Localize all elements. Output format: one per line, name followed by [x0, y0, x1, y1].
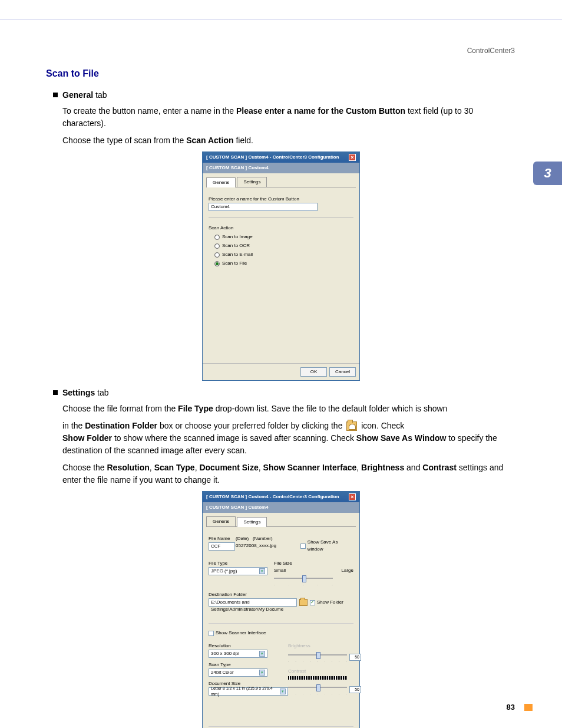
page-content: Scan to File General tab To create the b…	[0, 55, 562, 728]
left-settings-col: Resolution 300 x 300 dpi▾ Scan Type 24bi…	[209, 639, 288, 696]
para5b: to show where the scanned image is saved…	[112, 433, 356, 443]
dialog1-container: [ CUSTOM SCAN ] Custom4 - ControlCenter3…	[46, 151, 516, 381]
filename-input[interactable]: CCF	[209, 542, 235, 551]
datenum-col: (Date) (Number) 05272008_xxxx.jpg	[236, 532, 300, 549]
ok-button[interactable]: OK	[300, 367, 327, 377]
chevron-down-icon: ▾	[259, 651, 265, 657]
para3a: Choose the file format from the	[62, 404, 178, 413]
slider-thumb-icon	[302, 575, 306, 582]
browse-folder-icon[interactable]	[299, 599, 308, 606]
resolution-label: Resolution	[209, 643, 288, 650]
dialog1-titlebar: [ CUSTOM SCAN ] Custom4 - ControlCenter3…	[203, 152, 359, 163]
para5c: Show Save As Window	[356, 433, 447, 443]
contrast-slider[interactable]: ·········	[288, 683, 347, 697]
cancel-button[interactable]: Cancel	[329, 367, 356, 377]
para3b: File Type	[178, 404, 213, 413]
tab-settings[interactable]: Settings	[237, 517, 267, 527]
slider-thumb-icon	[316, 652, 320, 659]
show-folder-label: Show Folder	[317, 599, 343, 606]
filename-label: File Name	[209, 535, 236, 542]
scan-settings-row: Resolution 300 x 300 dpi▾ Scan Type 24bi…	[209, 639, 353, 697]
saveas-col: Show Save As window	[300, 532, 353, 553]
dialog-general: [ CUSTOM SCAN ] Custom4 - ControlCenter3…	[202, 151, 360, 381]
date-value: 05272008_xxxx.jpg	[236, 543, 276, 548]
scantype-select[interactable]: 24bit Color▾	[209, 668, 267, 677]
dialog2-container: [ CUSTOM SCAN ] Custom4 - ControlCenter3…	[46, 491, 516, 728]
close-icon[interactable]: ×	[349, 493, 356, 500]
radio-dot-icon	[214, 235, 220, 240]
para-6: Choose the Resolution, Scan Type, Docume…	[62, 462, 516, 486]
tab-settings[interactable]: Settings	[237, 177, 267, 187]
chapter-side-tab: 3	[533, 162, 562, 185]
show-folder-checkbox[interactable]: ✓Show Folder	[310, 599, 343, 606]
filesize-label: File Size	[274, 560, 353, 567]
radio-scan-file[interactable]: Scan to File	[214, 260, 353, 267]
filetype-row: File Type JPEG (*.jpg)▾ File Size SmallL…	[209, 556, 353, 588]
date-l: (Date)	[236, 536, 249, 541]
dialog2-titlebar: [ CUSTOM SCAN ] Custom4 - ControlCenter3…	[203, 492, 359, 502]
radio-scan-image[interactable]: Scan to Image	[214, 233, 353, 241]
para6h: Show Scanner Interface	[263, 463, 357, 472]
slider-ticks: ·········	[288, 691, 347, 697]
slider-ticks: ·····	[274, 582, 333, 588]
dialog-settings: [ CUSTOM SCAN ] Custom4 - ControlCenter3…	[202, 491, 360, 728]
radio-scan-ocr[interactable]: Scan to OCR	[214, 242, 353, 249]
para-4: in the Destination Folder box or choose …	[62, 420, 516, 457]
page-number: 83	[507, 703, 515, 711]
brightness-slider[interactable]: ·········	[288, 651, 347, 664]
filetype-select[interactable]: JPEG (*.jpg)▾	[209, 567, 267, 575]
custom-name-input[interactable]: Custom4	[209, 203, 318, 211]
dialog2-body: File Name CCF (Date) (Number) 05272008_x…	[203, 527, 359, 728]
radio-scan-ocr-label: Scan to OCR	[222, 242, 250, 249]
separator	[209, 726, 353, 727]
close-icon[interactable]: ×	[349, 154, 356, 161]
radio-scan-email[interactable]: Scan to E-mail	[214, 251, 353, 258]
scan-action-group: Scan Action Scan to Image Scan to OCR Sc…	[209, 217, 353, 267]
filesize-col: File Size SmallLarge ·····	[274, 556, 353, 588]
ssi-label: Show Scanner Interface	[216, 630, 266, 637]
para4c: box or choose your preferred folder by c…	[157, 421, 345, 430]
custom-name-label: Please enter a name for the Custom Butto…	[209, 196, 353, 203]
bullet-general-rest: tab	[93, 90, 107, 100]
bullet-settings: Settings tab	[53, 387, 516, 399]
dialog1-subtitle: [ CUSTOM SCAN ] Custom4	[203, 163, 359, 173]
checkbox-icon: ✓	[310, 600, 315, 605]
para6a: Choose the	[62, 463, 107, 472]
slider-ticks: ·········	[288, 659, 347, 664]
brightness-value[interactable]: 50	[349, 654, 361, 661]
filesize-slider[interactable]	[274, 578, 333, 579]
para2c: field.	[234, 136, 253, 145]
destination-input[interactable]: E:\Documents and Settings\Administrator\…	[209, 598, 297, 607]
tab-general[interactable]: General	[206, 177, 236, 187]
checkbox-icon	[300, 543, 306, 549]
number-l: (Number)	[253, 536, 273, 541]
para6f: Document Size	[199, 463, 258, 472]
contrast-value[interactable]: 50	[349, 686, 361, 693]
square-bullet-icon	[53, 390, 58, 395]
dialog2-subtitle: [ CUSTOM SCAN ] Custom4	[203, 502, 359, 513]
docsize-select[interactable]: Letter 8 1/2 x 11 in (215.9 x 279.4 mm)▾	[209, 687, 288, 696]
tab-general[interactable]: General	[206, 516, 236, 526]
resolution-select[interactable]: 300 x 300 dpi▾	[209, 650, 267, 658]
square-bullet-icon	[53, 93, 58, 97]
bullet-settings-text: Settings tab	[62, 387, 109, 399]
para2b: Scan Action	[186, 136, 233, 145]
para6j: Brightness	[361, 463, 404, 472]
para3c: drop-down list. Save the file to the def…	[213, 404, 448, 413]
scantype-value: 24bit Color	[211, 669, 234, 676]
page-top-border	[0, 0, 562, 20]
para-3: Choose the file format from the File Typ…	[62, 403, 516, 415]
show-scanner-interface-checkbox[interactable]: Show Scanner Interface	[209, 630, 353, 637]
browse-folder-icon	[346, 421, 357, 431]
separator	[209, 623, 353, 624]
show-saveas-checkbox[interactable]: Show Save As window	[300, 539, 353, 553]
chevron-down-icon: ▾	[259, 670, 265, 676]
destination-row: E:\Documents and Settings\Administrator\…	[209, 598, 353, 607]
filetype-col: File Type JPEG (*.jpg)▾	[209, 556, 274, 575]
para-2: Choose the type of scan from the Scan Ac…	[62, 134, 516, 147]
chevron-down-icon: ▾	[280, 689, 286, 694]
para6l: Contrast	[422, 463, 457, 472]
contrast-label: Contrast	[288, 668, 363, 675]
section-title: Scan to File	[46, 67, 516, 81]
para-1: To create the button name, enter a name …	[62, 105, 516, 130]
